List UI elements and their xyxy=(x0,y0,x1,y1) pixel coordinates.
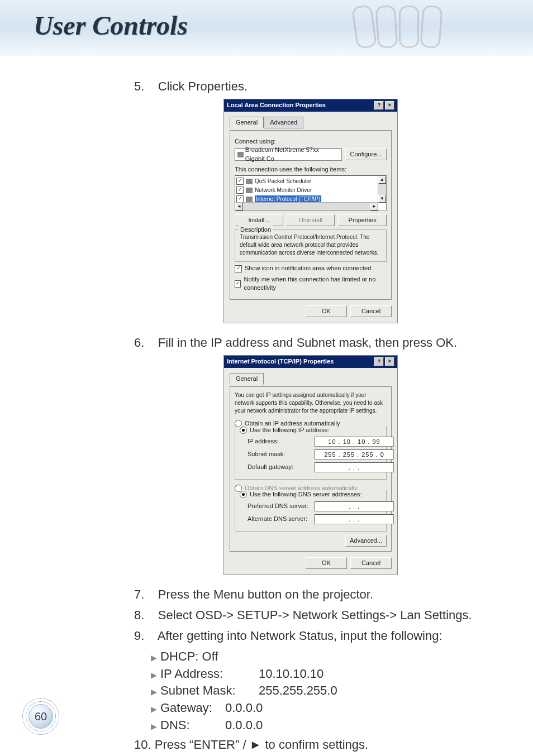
install-button[interactable]: Install... xyxy=(235,214,283,226)
ip-address-input[interactable]: 10 . 10 . 10 . 99 xyxy=(315,437,394,447)
local-area-connection-dialog: Local Area Connection Properties ? × Gen… xyxy=(223,99,398,323)
radio-label: Use the following IP address: xyxy=(250,426,329,434)
step-8: 8. Select OSD-> SETUP-> Network Settings… xyxy=(134,607,499,624)
cancel-button[interactable]: Cancel xyxy=(350,557,392,569)
tab-advanced[interactable]: Advanced xyxy=(264,117,303,128)
radio-label: Use the following DNS server addresses: xyxy=(250,490,362,499)
notify-checkbox-row[interactable]: ✓ Notify me when this connection has lim… xyxy=(235,275,387,293)
scrollbar-horizontal[interactable]: ◄ ► xyxy=(235,202,378,210)
adapter-field: Broadcom NetXtreme 57xx Gigabit Co xyxy=(235,149,342,161)
item-label: QoS Packet Scheduler xyxy=(255,178,311,185)
scroll-right-icon[interactable]: ► xyxy=(370,203,378,210)
items-label: This connection uses the following items… xyxy=(235,165,387,174)
subnet-mask-label: Subnet mask: xyxy=(248,450,315,458)
page-header: User Controls xyxy=(0,0,533,56)
step-7: 7. Press the Menu button on the projecto… xyxy=(134,586,499,604)
step-6: 6. Fill in the IP address and Subnet mas… xyxy=(134,334,499,352)
bullet-dns: ▶ DNS: 0.0.0.0 xyxy=(151,717,499,734)
item-label: Network Monitor Driver xyxy=(255,186,312,194)
bullet-icon: ▶ xyxy=(151,721,157,733)
bullet-ip: ▶ IP Address: 10.10.10.10 xyxy=(151,666,499,683)
help-icon[interactable]: ? xyxy=(374,357,384,366)
close-icon[interactable]: × xyxy=(385,101,394,110)
checkbox-icon[interactable]: ✓ xyxy=(235,280,241,288)
bullet-label: Gateway: xyxy=(160,700,222,717)
bullet-value: 0.0.0.0 xyxy=(225,700,263,717)
step-num: 7. xyxy=(134,587,144,601)
tcpip-properties-dialog: Internet Protocol (TCP/IP) Properties ? … xyxy=(223,355,398,576)
step-num: 5. xyxy=(134,79,144,93)
default-gateway-label: Default gateway: xyxy=(248,463,315,471)
bullet-icon: ▶ xyxy=(151,670,157,681)
step-text: Click Properties. xyxy=(158,79,248,93)
adapter-icon xyxy=(237,152,244,157)
step-10: 10. Press “ENTER” / ► to confirm setting… xyxy=(134,736,499,754)
bullet-value: 0.0.0.0 xyxy=(225,717,263,734)
uninstall-button: Uninstall xyxy=(287,214,335,226)
bullet-label: DHCP: Off xyxy=(160,648,218,666)
step-text: Select OSD-> SETUP-> Network Settings-> … xyxy=(158,608,472,622)
preferred-dns-label: Preferred DNS server: xyxy=(248,502,315,510)
tab-general[interactable]: General xyxy=(230,117,264,128)
bullet-subnet: ▶ Subnet Mask: 255.255.255.0 xyxy=(151,682,499,700)
content-area: 5. Click Properties. Local Area Connecti… xyxy=(0,56,533,754)
scrollbar-vertical[interactable]: ▲ ▼ xyxy=(378,176,386,203)
bullet-gateway: ▶ Gateway: 0.0.0.0 xyxy=(151,700,499,717)
page-title: User Controls xyxy=(34,10,188,41)
ok-button[interactable]: OK xyxy=(306,557,347,569)
list-item[interactable]: ✓ Network Monitor Driver xyxy=(236,186,385,195)
description-title: Description xyxy=(239,226,273,234)
radio-icon[interactable] xyxy=(240,427,247,434)
bullet-icon: ▶ xyxy=(151,653,157,664)
dialog-titlebar: Internet Protocol (TCP/IP) Properties ? … xyxy=(224,356,397,368)
scroll-up-icon[interactable]: ▲ xyxy=(378,176,386,184)
dialog-titlebar: Local Area Connection Properties ? × xyxy=(224,99,397,112)
scroll-left-icon[interactable]: ◄ xyxy=(235,203,243,210)
help-icon[interactable]: ? xyxy=(374,101,384,110)
step-num: 6. xyxy=(134,336,144,350)
cancel-button[interactable]: Cancel xyxy=(350,305,392,317)
advanced-button[interactable]: Advanced... xyxy=(345,535,387,547)
subnet-mask-input[interactable]: 255 . 255 . 255 . 0 xyxy=(315,449,394,460)
step-text: Press “ENTER” / ► to confirm settings. xyxy=(155,738,368,752)
preferred-dns-input[interactable]: . . . xyxy=(315,501,394,511)
bullet-label: DNS: xyxy=(160,717,222,734)
close-icon[interactable]: × xyxy=(385,357,394,366)
intro-text: You can get IP settings assigned automat… xyxy=(235,391,387,415)
radio-icon[interactable] xyxy=(240,491,247,498)
bullet-value: 10.10.10.10 xyxy=(259,666,323,683)
items-listbox[interactable]: ✓ QoS Packet Scheduler ✓ Network Monitor… xyxy=(235,175,387,211)
use-dns-radio[interactable]: Use the following DNS server addresses: xyxy=(240,490,364,499)
step-text: Fill in the IP address and Subnet mask, … xyxy=(158,336,457,350)
bullet-label: Subnet Mask: xyxy=(160,682,255,700)
ok-button[interactable]: OK xyxy=(306,305,347,317)
step-num: 10. xyxy=(134,738,151,752)
checkbox-icon[interactable]: ✓ xyxy=(235,265,242,272)
page-number: 60 xyxy=(28,704,53,729)
service-icon xyxy=(246,179,253,184)
configure-button[interactable]: Configure... xyxy=(345,149,387,160)
list-item[interactable]: ✓ QoS Packet Scheduler xyxy=(236,177,385,186)
bullet-icon: ▶ xyxy=(151,687,157,698)
scroll-down-icon[interactable]: ▼ xyxy=(378,195,386,203)
checkbox-icon[interactable]: ✓ xyxy=(236,186,244,194)
bullet-label: IP Address: xyxy=(160,666,255,683)
show-icon-checkbox-row[interactable]: ✓ Show icon in notification area when co… xyxy=(235,264,387,272)
bullet-icon: ▶ xyxy=(151,704,157,715)
step-num: 8. xyxy=(134,608,144,622)
alternate-dns-input[interactable]: . . . xyxy=(315,514,394,524)
header-decoration xyxy=(354,6,466,50)
properties-button[interactable]: Properties xyxy=(338,214,387,226)
step-text: Press the Menu button on the projector. xyxy=(158,587,373,601)
description-text: Transmission Control Protocol/Internet P… xyxy=(240,233,382,257)
checkbox-icon[interactable]: ✓ xyxy=(236,178,244,185)
description-box: Description Transmission Control Protoco… xyxy=(235,229,387,262)
checkbox-label: Notify me when this connection has limit… xyxy=(244,275,387,293)
tab-general[interactable]: General xyxy=(230,373,264,385)
page-number-badge: 60 xyxy=(22,698,58,734)
default-gateway-input[interactable]: . . . xyxy=(315,462,394,472)
checkbox-label: Show icon in notification area when conn… xyxy=(245,264,371,272)
service-icon xyxy=(246,188,253,193)
use-ip-radio[interactable]: Use the following IP address: xyxy=(240,426,331,434)
ip-address-label: IP address: xyxy=(248,437,315,446)
